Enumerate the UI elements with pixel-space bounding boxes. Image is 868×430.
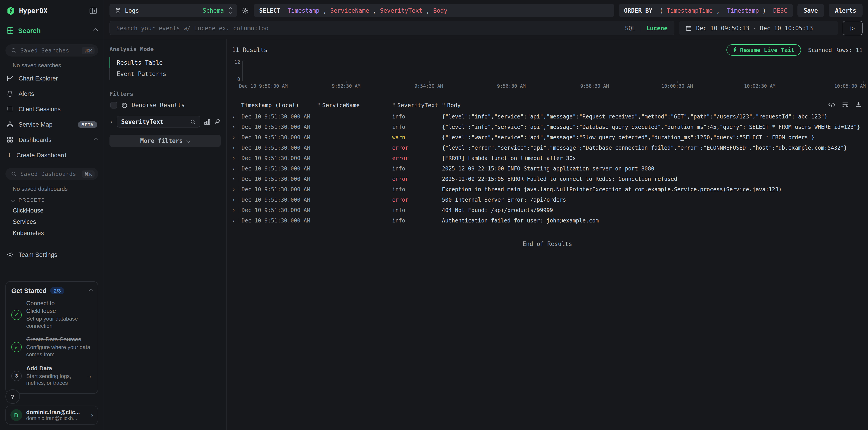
expand-row-chevron[interactable]: › [232, 124, 238, 130]
column-header-servicename[interactable]: ⠿ ServiceName [317, 102, 392, 108]
table-row[interactable]: › Dec 10 9:51:30.000 AM info {"level":"i… [227, 122, 868, 132]
alerts-button[interactable]: Alerts [829, 4, 863, 17]
cell-severity: error [392, 155, 442, 161]
events-histogram[interactable]: 12 0 Dec 10 9:50:00 AM9:52:30 AM9:54:30 … [232, 59, 864, 89]
sidebar-item-chart-explorer[interactable]: Chart Explorer [0, 70, 103, 86]
drag-handle-icon[interactable]: ⠿ [392, 103, 395, 108]
shortcut-badge: ⌘K [82, 47, 95, 54]
cell-body: {"level":"warn","service":"api","message… [442, 134, 863, 140]
sidebar-item-team-settings[interactable]: Team Settings [0, 247, 103, 262]
table-row[interactable]: › Dec 10 9:51:30.000 AM warn {"level":"w… [227, 132, 868, 142]
sidebar-item-search[interactable]: Search [0, 21, 103, 39]
resume-live-tail-button[interactable]: Resume Live Tail [726, 44, 801, 56]
plus-icon: + [7, 151, 11, 159]
sidebar-item-client-sessions[interactable]: Client Sessions [0, 101, 103, 117]
chevron-up-icon[interactable] [93, 137, 98, 142]
severity-filter-field[interactable]: SeverityText [117, 116, 200, 128]
cell-timestamp: Dec 10 9:51:30.000 AM [242, 217, 317, 224]
user-account-card[interactable]: D dominic.tran@clic... dominic.tran@clic… [5, 405, 98, 425]
expand-filter-chevron[interactable]: › [110, 118, 113, 125]
table-row[interactable]: › Dec 10 9:51:30.000 AM error [ERROR] La… [227, 153, 868, 163]
no-saved-dashboards-text: No saved dashboards [13, 186, 97, 192]
sidebar-item-service-map[interactable]: Service Map BETA [0, 117, 103, 132]
sidebar-item-alerts[interactable]: Alerts [0, 86, 103, 101]
table-row[interactable]: › Dec 10 9:51:30.000 AM error 2025-12-09… [227, 174, 868, 184]
table-row[interactable]: › Dec 10 9:51:30.000 AM info Exception i… [227, 184, 868, 194]
no-saved-searches-text: No saved searches [13, 62, 97, 69]
table-row[interactable]: › Dec 10 9:51:30.000 AM error 500 Intern… [227, 194, 868, 205]
get-started-item-desc: Start sending logs, metrics, or traces [26, 373, 76, 387]
expand-row-chevron[interactable]: › [232, 144, 238, 151]
table-row[interactable]: › Dec 10 9:51:30.000 AM error {"level":"… [227, 142, 868, 153]
beta-badge: BETA [78, 121, 97, 128]
help-button[interactable]: ? [5, 389, 20, 404]
y-axis-min: 0 [232, 76, 240, 82]
select-query-input[interactable]: SELECT Timestamp,ServiceName,SeverityTex… [254, 4, 614, 17]
expand-row-chevron[interactable]: › [232, 134, 238, 140]
column-header-severitytext[interactable]: ⠿ SeverityText [392, 102, 442, 108]
drag-handle-icon[interactable]: ⠿ [317, 103, 320, 108]
expand-row-chevron[interactable]: › [232, 207, 238, 213]
tab-results-table[interactable]: Results Table [110, 57, 221, 68]
save-button[interactable]: Save [797, 4, 824, 17]
query-segment: ( [659, 7, 663, 14]
row-divider [238, 218, 238, 223]
denoise-checkbox[interactable] [111, 102, 117, 108]
table-row[interactable]: › Dec 10 9:51:30.000 AM info {"level":"i… [227, 111, 868, 122]
x-axis-label: Dec 10 9:50:00 AM [239, 83, 288, 89]
expand-row-chevron[interactable]: › [232, 113, 238, 120]
tab-event-patterns[interactable]: Event Patterns [110, 68, 221, 79]
column-header-body[interactable]: ⠿ Body [442, 102, 863, 108]
get-started-card: Get Started 2/3 ✓ Connect to ClickHouse … [5, 282, 98, 394]
run-query-button[interactable]: ▷ [843, 21, 863, 35]
get-started-item-data-sources[interactable]: ✓ Create Data Sources Configure where yo… [11, 336, 92, 358]
scanned-rows: Scanned Rows: 11 [808, 46, 863, 53]
saved-searches-input[interactable]: Saved Searches ⌘K [5, 44, 98, 57]
search-icon[interactable] [190, 119, 196, 125]
sql-toggle[interactable]: SQL [625, 25, 636, 31]
download-icon[interactable] [855, 101, 862, 108]
time-range-picker[interactable]: Dec 10 09:50:13 - Dec 10 10:05:13 [679, 21, 838, 35]
source-select[interactable]: Logs Schema [110, 4, 237, 17]
table-row[interactable]: › Dec 10 9:51:30.000 AM info Authenticat… [227, 215, 868, 226]
query-segment: SELECT [259, 7, 284, 14]
column-header-timestamp[interactable]: Timestamp (Local) [232, 102, 317, 108]
expand-row-chevron[interactable]: › [232, 176, 238, 182]
chevron-up-icon[interactable] [93, 28, 98, 33]
pin-icon[interactable] [214, 119, 221, 125]
event-search-input[interactable]: Search your events w/ Lucene ex. column:… [110, 21, 674, 35]
saved-dashboards-input[interactable]: Saved Dashboards ⌘K [5, 168, 98, 180]
chevron-up-icon[interactable] [88, 289, 93, 293]
get-started-item-add-data[interactable]: 3 Add Data Start sending logs, metrics, … [11, 365, 92, 387]
sidebar-item-label: Service Map [19, 121, 73, 128]
text-wrap-icon[interactable] [842, 101, 849, 107]
code-view-icon[interactable] [828, 101, 835, 107]
table-row[interactable]: › Dec 10 9:51:30.000 AM info 2025-12-09 … [227, 163, 868, 174]
gear-icon[interactable] [242, 6, 249, 14]
create-dashboard-button[interactable]: + Create Dashboard [0, 147, 103, 163]
get-started-item-connect[interactable]: ✓ Connect to ClickHouse Set up your data… [11, 300, 92, 330]
sidebar-item-kubernetes[interactable]: Kubernetes [0, 227, 103, 239]
get-started-progress-badge: 2/3 [50, 287, 64, 295]
table-row[interactable]: › Dec 10 9:51:30.000 AM info 404 Not Fou… [227, 205, 868, 215]
presets-toggle[interactable]: PRESETS [0, 194, 103, 205]
expand-row-chevron[interactable]: › [232, 217, 238, 224]
order-by-input[interactable]: ORDER BY (TimestampTime, Timestamp) DESC [619, 4, 793, 17]
denoise-label: Denoise Results [132, 102, 185, 108]
expand-row-chevron[interactable]: › [232, 186, 238, 192]
expand-row-chevron[interactable]: › [232, 196, 238, 203]
cell-body: 500 Internal Server Error: /api/orders [442, 196, 863, 203]
cell-timestamp: Dec 10 9:51:30.000 AM [242, 144, 317, 151]
collapse-sidebar-icon[interactable] [89, 6, 97, 15]
expand-row-chevron[interactable]: › [232, 165, 238, 172]
sidebar-item-dashboards[interactable]: Dashboards [0, 132, 103, 147]
sidebar-item-services[interactable]: Services [0, 216, 103, 227]
drag-handle-icon[interactable]: ⠿ [442, 103, 445, 108]
more-filters-button[interactable]: More filters [110, 135, 221, 147]
lucene-toggle[interactable]: Lucene [646, 25, 668, 31]
expand-row-chevron[interactable]: › [232, 155, 238, 161]
lightning-icon [733, 47, 737, 53]
chart-filter-icon[interactable] [204, 118, 211, 125]
query-segment: Timestamp [727, 7, 759, 14]
sidebar-item-clickhouse[interactable]: ClickHouse [0, 205, 103, 216]
